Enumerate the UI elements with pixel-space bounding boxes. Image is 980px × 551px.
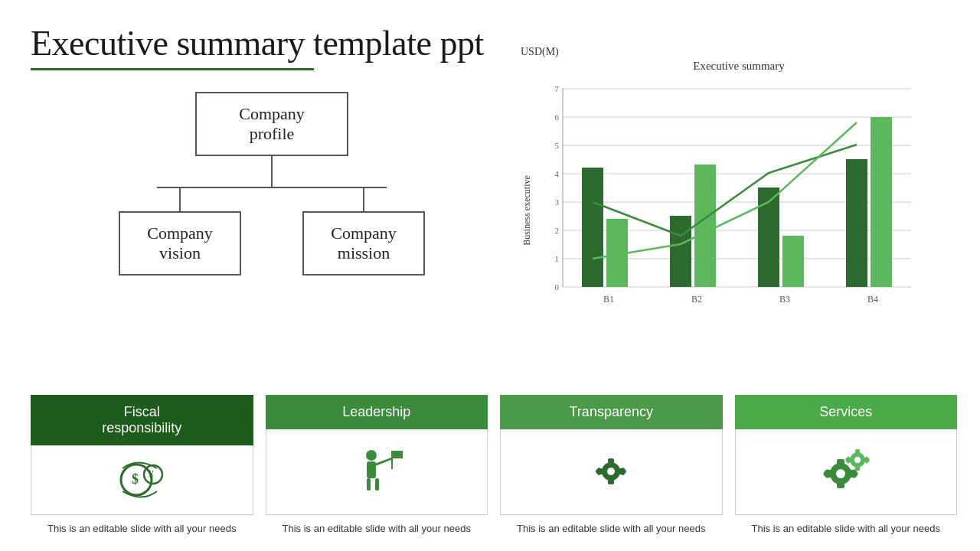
chart-panel: USD(M) Executive summary Business execut… [521, 46, 957, 325]
card-transparency: Transparency [500, 395, 723, 536]
svg-text:B1: B1 [603, 294, 614, 305]
svg-text:4: 4 [555, 169, 560, 178]
svg-rect-45 [837, 459, 844, 465]
card-services-body [735, 429, 958, 515]
header-underline [31, 68, 314, 70]
svg-text:B3: B3 [779, 294, 790, 305]
card-leadership-header: Leadership [266, 395, 488, 429]
svg-text:2: 2 [555, 226, 560, 235]
org-vline-mission [363, 188, 364, 211]
svg-rect-31 [392, 451, 403, 458]
card-leadership-text: This is an editable slide with all your … [266, 521, 488, 536]
svg-text:6: 6 [555, 112, 560, 122]
svg-point-44 [836, 469, 845, 478]
svg-rect-36 [608, 479, 614, 484]
bar-b4-s1 [846, 159, 867, 287]
svg-rect-27 [367, 461, 376, 478]
bottom-cards: Fiscalresponsibility $ ¥ This is an edit… [31, 395, 957, 536]
card-fiscal-text: This is an editable slide with all your … [31, 521, 253, 536]
org-child-mission: Companymission [302, 188, 425, 276]
svg-point-54 [854, 457, 861, 463]
svg-rect-55 [855, 449, 860, 454]
chart-title: Executive summary [521, 60, 957, 73]
bar-b1-s1 [582, 168, 603, 287]
card-fiscal-body: $ ¥ [31, 445, 253, 515]
card-services-text: This is an editable slide with all your … [735, 521, 958, 536]
svg-point-26 [366, 450, 377, 461]
svg-text:1: 1 [555, 254, 560, 263]
svg-text:3: 3 [555, 197, 560, 207]
svg-rect-28 [367, 478, 371, 491]
svg-rect-35 [608, 458, 614, 464]
svg-text:5: 5 [555, 141, 560, 150]
chart-line2 [593, 122, 857, 259]
org-vision-box: Companyvision [119, 211, 241, 276]
card-transparency-text: This is an editable slide with all your … [500, 521, 723, 536]
bar-b2-s1 [670, 216, 691, 287]
org-chart: Companyprofile Companyvision [31, 92, 513, 276]
bar-b2-s2 [694, 165, 716, 287]
card-leadership-body [266, 429, 488, 515]
svg-line-30 [376, 458, 392, 465]
card-fiscal-header: Fiscalresponsibility [31, 395, 253, 445]
org-vline-vision [179, 188, 181, 211]
org-v-line-root [271, 156, 273, 187]
svg-point-34 [607, 468, 615, 475]
transparency-icon [584, 445, 638, 498]
card-leadership: Leadership This is an editable slide wit… [266, 395, 488, 536]
org-root-box: Companyprofile [195, 92, 348, 156]
svg-text:B2: B2 [691, 294, 702, 305]
svg-text:$: $ [132, 471, 139, 487]
chart-svg: Business executive 0 1 2 3 4 5 6 [521, 80, 934, 325]
card-fiscal: Fiscalresponsibility $ ¥ This is an edit… [31, 395, 253, 536]
org-child-vision: Companyvision [119, 188, 241, 276]
chart-usd-label: USD(M) [521, 46, 957, 58]
org-mission-box: Companymission [302, 211, 425, 276]
svg-text:7: 7 [555, 84, 560, 93]
chart-container: Business executive 0 1 2 3 4 5 6 [521, 80, 934, 325]
svg-text:Business executive: Business executive [521, 175, 532, 246]
services-icon [819, 445, 873, 498]
leadership-icon [350, 445, 403, 498]
card-transparency-body [500, 429, 723, 515]
card-transparency-header: Transparency [500, 395, 723, 429]
svg-text:¥: ¥ [149, 469, 154, 481]
svg-rect-46 [837, 482, 844, 488]
svg-rect-56 [855, 466, 860, 471]
card-services-header: Services [735, 395, 958, 429]
page: Executive summary template ppt Companypr… [0, 0, 980, 551]
org-chart-panel: Companyprofile Companyvision [31, 92, 513, 276]
fiscal-icon: $ ¥ [115, 453, 168, 507]
svg-text:B4: B4 [867, 294, 878, 305]
svg-rect-29 [375, 478, 379, 491]
bar-b4-s2 [871, 117, 892, 287]
svg-text:0: 0 [555, 282, 560, 292]
org-children: Companyvision Companymission [119, 188, 425, 276]
bar-b3-s2 [782, 236, 804, 287]
card-services: Services [735, 395, 958, 536]
